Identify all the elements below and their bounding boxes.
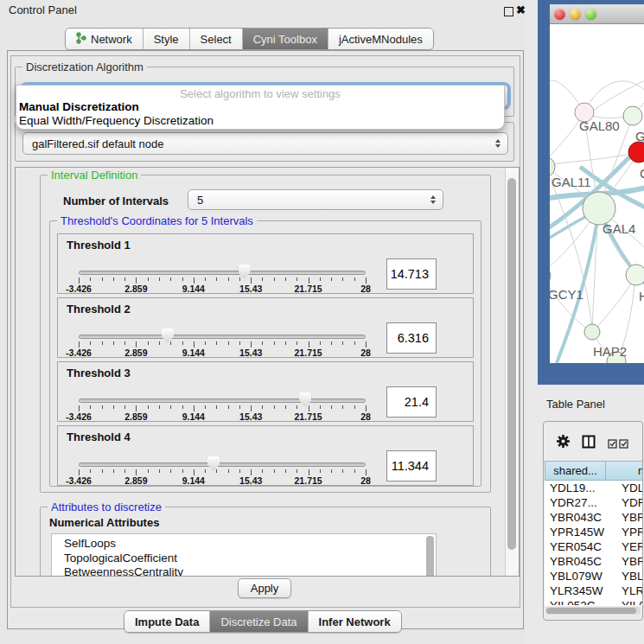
tick-mark bbox=[331, 341, 332, 345]
threshold-slider[interactable]: -3.4262.8599.14415.4321.71528 bbox=[79, 298, 366, 359]
tab-select[interactable]: Select bbox=[189, 29, 242, 49]
group-title: Threshold's Coordinates for 5 Intervals bbox=[57, 214, 257, 227]
table-cell[interactable]: YIL052C bbox=[545, 598, 606, 605]
horizontal-scrollbar[interactable] bbox=[545, 607, 641, 615]
slider-track[interactable] bbox=[79, 335, 366, 339]
tick-label: 28 bbox=[360, 284, 371, 294]
table-row[interactable]: YDL19...YDL1 bbox=[545, 481, 643, 495]
network-view-window[interactable]: GAL80 GA C GAL11 GAL4 GCY1 H HAP2 bbox=[538, 0, 644, 385]
tab-network[interactable]: Network bbox=[66, 29, 143, 49]
table-row[interactable]: YLR345WYLR3 bbox=[545, 583, 643, 598]
table-row[interactable]: YBR045CYBR0 bbox=[545, 554, 643, 569]
tab-cyni-toolbox[interactable]: Cyni Toolbox bbox=[242, 29, 328, 49]
table-cell[interactable]: YBR043C bbox=[545, 510, 606, 525]
checkbox-checked-icon[interactable] bbox=[619, 437, 628, 452]
node-red-selected[interactable] bbox=[628, 142, 644, 163]
scrollbar-thumb[interactable] bbox=[507, 178, 516, 550]
slider-track[interactable] bbox=[79, 462, 366, 467]
table-row[interactable]: YBR043CYBR0 bbox=[545, 510, 643, 525]
table-cell[interactable]: YDL19... bbox=[545, 481, 606, 495]
slider-track[interactable] bbox=[79, 399, 366, 403]
scrollbar-thumb[interactable] bbox=[546, 608, 636, 614]
table-row[interactable]: YPR145WYPR1 bbox=[545, 525, 643, 539]
threshold-value-field[interactable]: 21.4 bbox=[386, 386, 437, 418]
table-cell[interactable]: YBR0 bbox=[606, 554, 643, 569]
table-cell[interactable]: YDL1 bbox=[606, 481, 643, 495]
list-item[interactable]: TopologicalCoefficient bbox=[52, 552, 436, 566]
table-cell[interactable]: YLR3 bbox=[606, 583, 643, 598]
slider-track[interactable] bbox=[79, 271, 366, 275]
combobox-value: galFiltered.sif default node bbox=[32, 137, 163, 150]
table-cell[interactable]: YER0 bbox=[606, 539, 643, 554]
numerical-attributes-list[interactable]: SelfLoops TopologicalCoefficient Between… bbox=[51, 533, 437, 577]
table-cell[interactable]: YIL0 bbox=[606, 598, 643, 605]
tick-mark bbox=[342, 341, 343, 345]
node-right-mid[interactable] bbox=[626, 265, 644, 285]
table-cell[interactable]: YBR0 bbox=[606, 510, 643, 525]
tab-infer-network[interactable]: Infer Network bbox=[308, 611, 401, 632]
network-canvas[interactable]: GAL80 GA C GAL11 GAL4 GCY1 H HAP2 bbox=[550, 24, 644, 363]
tick-mark bbox=[148, 277, 149, 281]
split-columns-icon[interactable] bbox=[582, 435, 596, 452]
minimize-traffic-icon[interactable] bbox=[570, 9, 581, 20]
node-gal4[interactable] bbox=[583, 192, 615, 225]
node-gcy1[interactable] bbox=[550, 267, 551, 284]
threshold-value-field[interactable]: 11.344 bbox=[386, 450, 437, 481]
list-scrollbar[interactable] bbox=[426, 536, 434, 577]
table-cell[interactable]: YDR2 bbox=[606, 495, 643, 510]
dropdown-item-equal-width[interactable]: Equal Width/Frequency Discretization bbox=[16, 114, 504, 128]
tick-mark bbox=[331, 405, 332, 409]
node-hap2[interactable] bbox=[584, 324, 600, 340]
apply-button[interactable]: Apply bbox=[238, 578, 291, 598]
table-cell[interactable]: YER054C bbox=[545, 539, 606, 554]
table-row[interactable]: YDR27...YDR2 bbox=[545, 495, 643, 510]
dropdown-item-manual[interactable]: Manual Discretization bbox=[16, 100, 504, 114]
table-cell[interactable]: YBR045C bbox=[545, 554, 606, 569]
num-intervals-combobox[interactable]: 5 bbox=[188, 189, 443, 210]
table-cell[interactable]: YPR145W bbox=[545, 525, 606, 539]
float-window-icon[interactable] bbox=[504, 7, 513, 16]
tick-label: 9.144 bbox=[182, 284, 205, 294]
threshold-slider[interactable]: -3.4262.8599.14415.4321.71528 bbox=[79, 426, 366, 487]
tick-mark bbox=[274, 405, 275, 409]
checkbox-checked-icon[interactable] bbox=[608, 437, 617, 452]
table-row[interactable]: YIL052CYIL0 bbox=[545, 598, 643, 605]
threshold-slider[interactable]: -3.4262.8599.14415.4321.71528 bbox=[79, 234, 366, 295]
tab-discretize-data[interactable]: Discretize Data bbox=[209, 611, 307, 632]
tab-jactivemnodules[interactable]: jActiveMNodules bbox=[328, 29, 433, 49]
list-item[interactable]: SelfLoops bbox=[52, 534, 436, 552]
column-header-name[interactable]: n bbox=[606, 461, 643, 481]
tick-mark bbox=[228, 341, 229, 345]
table-cell[interactable]: YBL0 bbox=[606, 569, 643, 583]
tab-label: Style bbox=[154, 33, 179, 46]
threshold-value-field[interactable]: 6.316 bbox=[386, 322, 437, 354]
node-top-right[interactable] bbox=[623, 106, 642, 125]
table-cell[interactable]: YLR345W bbox=[545, 583, 606, 598]
network-inner-window: GAL80 GA C GAL11 GAL4 GCY1 H HAP2 bbox=[550, 4, 644, 363]
tick-mark bbox=[79, 277, 80, 284]
tick-mark bbox=[296, 341, 297, 345]
table-cell[interactable]: YBL079W bbox=[545, 569, 606, 583]
close-icon[interactable]: ✖ bbox=[516, 3, 526, 16]
tick-label: 28 bbox=[360, 475, 371, 486]
table-row[interactable]: YER054CYER0 bbox=[545, 539, 643, 554]
column-header-shared-name[interactable]: shared... bbox=[545, 461, 606, 481]
table-cell[interactable]: YDR27... bbox=[545, 495, 606, 510]
tab-impute-data[interactable]: Impute Data bbox=[124, 611, 209, 632]
tick-mark bbox=[113, 405, 114, 409]
tab-style[interactable]: Style bbox=[143, 29, 189, 49]
table-cell[interactable]: YPR1 bbox=[606, 525, 643, 539]
threshold-slider[interactable]: -3.4262.8599.14415.4321.71528 bbox=[79, 362, 366, 423]
gear-icon[interactable] bbox=[556, 434, 571, 452]
threshold-value-field[interactable]: 14.713 bbox=[386, 258, 437, 290]
tick-label: 21.715 bbox=[295, 284, 322, 294]
vertical-scrollbar[interactable] bbox=[505, 168, 519, 576]
table-data-combobox[interactable]: galFiltered.sif default node bbox=[22, 132, 508, 155]
list-item[interactable]: BetweennessCentrality bbox=[52, 565, 436, 577]
slider-scale: -3.4262.8599.14415.4321.71528 bbox=[79, 348, 366, 359]
table-row[interactable]: YBL079WYBL0 bbox=[545, 569, 643, 583]
zoom-traffic-icon[interactable] bbox=[585, 9, 596, 20]
network-window-titlebar[interactable] bbox=[550, 4, 644, 24]
tick-mark bbox=[320, 469, 321, 473]
close-traffic-icon[interactable] bbox=[554, 9, 565, 20]
